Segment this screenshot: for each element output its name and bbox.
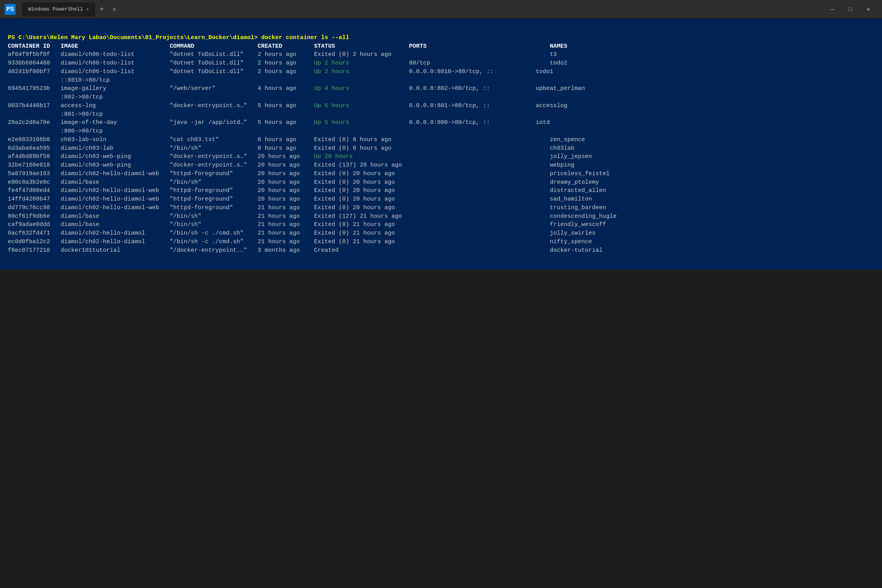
table-row: af04f9f5bf8f diamol/ch06-todo-list "dotn…: [8, 51, 557, 58]
table-row: ::8010->80/tcp: [8, 77, 511, 84]
table-row: caf9adae0ddd diamol/base "/bin/sh" 21 ho…: [8, 221, 606, 228]
table-row: :800->80/tcp: [8, 128, 103, 134]
table-row: 6d3aba6ea595 diamol/ch03-lab "/bin/sh" 6…: [8, 145, 574, 152]
tab-label: Windows PowerShell: [28, 6, 83, 12]
tab-dropdown-button[interactable]: ∨: [109, 4, 120, 15]
app-icon: PS: [5, 4, 16, 15]
tab-close-icon[interactable]: ✕: [86, 7, 89, 12]
tab-powershell[interactable]: Windows PowerShell ✕: [22, 2, 95, 16]
table-row: 28a2c2d8a70e image-of-the-day "java -jar…: [8, 119, 550, 126]
table-row: 0037b4446b17 access-log "docker-entrypoi…: [8, 102, 567, 109]
table-row: f8ec07177218 docker101tutorial "/docker-…: [8, 247, 602, 254]
close-button[interactable]: ✕: [859, 3, 877, 16]
terminal-output[interactable]: PS C:\Users\Helen Mary Labao\Documents\0…: [0, 19, 882, 269]
tab-bar: Windows PowerShell ✕ + ∨: [22, 2, 120, 16]
minimize-button[interactable]: —: [823, 3, 841, 16]
table-row: 6acf632fd471 diamol/ch02-hello-diamol "/…: [8, 230, 595, 237]
table-row: ec0d0fba12c2 diamol/ch02-hello-diamol "/…: [8, 238, 592, 245]
window: PS Windows PowerShell ✕ + ∨ — □ ✕ PS C:\…: [0, 0, 882, 269]
table-row: 5a87919ae163 diamol/ch02-hello-diamol-we…: [8, 170, 610, 177]
table-row: 69454179523b image-gallery "/web/server"…: [8, 85, 585, 92]
table-row: :801->80/tcp: [8, 111, 103, 118]
table-row: 40241bf00bf7 diamol/ch06-todo-list "dotn…: [8, 68, 553, 75]
table-row: 933bb6864460 diamol/ch06-todo-list "dotn…: [8, 60, 567, 66]
window-controls: — □ ✕: [823, 3, 877, 16]
command-prompt: PS C:\Users\Helen Mary Labao\Documents\0…: [8, 34, 349, 41]
table-row: fe4f47d08ed4 diamol/ch02-hello-diamol-we…: [8, 187, 606, 194]
table-row: 32be7160e618 diamol/ch03-web-ping "docke…: [8, 162, 574, 169]
table-row: af4d6d89bf58 diamol/ch03-web-ping "docke…: [8, 153, 592, 160]
table-row: e00c8a3b2e0c diamol/base "/bin/sh" 20 ho…: [8, 179, 599, 186]
table-row: :802->80/tcp: [8, 94, 103, 100]
titlebar: PS Windows PowerShell ✕ + ∨ — □ ✕: [0, 0, 882, 19]
table-row: dd779c76cc98 diamol/ch02-hello-diamol-we…: [8, 204, 606, 211]
maximize-button[interactable]: □: [841, 3, 859, 16]
table-row: 80cf61f9db6e diamol/base "/bin/sh" 21 ho…: [8, 213, 617, 220]
new-tab-button[interactable]: +: [96, 3, 108, 16]
table-row: e2e8833166b8 ch03-lab-soln "cat ch03.txt…: [8, 136, 585, 143]
table-header: CONTAINER ID IMAGE COMMAND CREATED STATU…: [8, 43, 567, 50]
table-row: 14ffd4208b47 diamol/ch02-hello-diamol-we…: [8, 196, 592, 203]
